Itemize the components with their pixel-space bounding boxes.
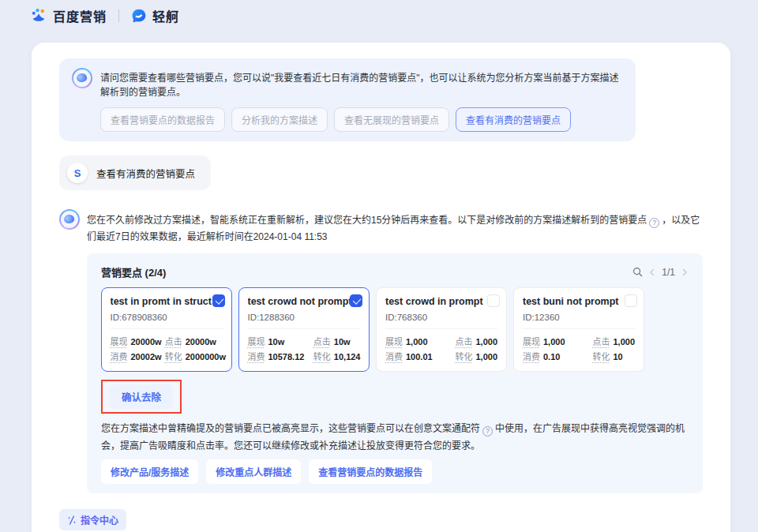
- metric-value-conversion: 1,000: [475, 352, 497, 362]
- panel-header: 营销要点 (2/4) 1/1: [101, 264, 689, 279]
- panel-description: 您在方案描述中曾精确提及的营销要点已被高亮显示，这些营销要点可以在创意文案通配符…: [101, 420, 689, 455]
- marketing-point-cards: test in promt in struct ID:678908360 展现2…: [101, 287, 689, 372]
- card-divider: [523, 328, 635, 329]
- card-checkbox[interactable]: [350, 294, 362, 307]
- card-id: ID:678908360: [111, 313, 223, 322]
- marketing-point-card-1[interactable]: test in promt in struct ID:678908360 展现2…: [101, 287, 232, 372]
- card-divider: [111, 328, 223, 329]
- help-icon[interactable]: ?: [649, 218, 659, 228]
- view-data-report-button[interactable]: 查看营销要点的数据报告: [309, 459, 432, 484]
- pager-page-label: 1/1: [662, 267, 675, 278]
- card-metrics: 展现1,000 点击1,000 消费0.10 转化10: [523, 335, 635, 362]
- metric-label-cost: 消费: [523, 352, 540, 362]
- confirm-remove-button[interactable]: 确认去除: [110, 384, 173, 409]
- card-title: test crowd in prompt: [385, 296, 497, 307]
- brand-primary-label: 百度营销: [53, 6, 107, 25]
- annotation-highlight-box: 确认去除: [101, 380, 182, 414]
- metric-label-click: 点击: [455, 337, 472, 347]
- quick-reply-data-report[interactable]: 查看营销要点的数据报告: [100, 107, 225, 132]
- metric-value-click: 1,000: [613, 337, 635, 347]
- metric-value-click: 20000w: [186, 337, 216, 347]
- card-title: test buni not prompt: [523, 296, 635, 307]
- metric-label-impression: 展现: [248, 337, 265, 347]
- assistant-result-text: 您在不久前修改过方案描述，智能系统正在重新解析，建议您在大约15分钟后再来查看。…: [87, 209, 703, 245]
- metric-value-conversion: 2000000w: [186, 352, 226, 362]
- marketing-points-panel: 营销要点 (2/4) 1/1: [87, 253, 703, 493]
- metric-value-conversion: 10,124: [334, 352, 361, 362]
- qingge-logo-icon: [131, 8, 147, 24]
- metric-value-impression: 1,000: [406, 337, 428, 347]
- card-metrics: 展现10w 点击10w 消费10578.12 转化10,124: [248, 335, 361, 362]
- chat-container: 请问您需要查看哪些营销要点，您可以说"我要查看近七日有消费的营销要点"，也可以让…: [32, 43, 730, 532]
- panel-action-buttons: 修改产品/服务描述 修改重点人群描述 查看营销要点的数据报告: [101, 459, 689, 484]
- quick-reply-has-cost[interactable]: 查看有消费的营销要点: [456, 107, 571, 132]
- card-title: test crowd not prompt: [248, 296, 361, 307]
- marketing-point-card-2[interactable]: test crowd not prompt ID:1288360 展现10w 点…: [238, 287, 370, 372]
- metric-value-click: 10w: [334, 337, 351, 347]
- brand-divider: [118, 9, 119, 22]
- metric-value-conversion: 10: [613, 352, 622, 362]
- card-checkbox[interactable]: [625, 294, 637, 307]
- user-avatar: S: [67, 163, 88, 183]
- assistant-result-body: 您在不久前修改过方案描述，智能系统正在重新解析，建议您在大约15分钟后再来查看。…: [87, 209, 703, 493]
- metric-value-cost: 0.10: [543, 352, 560, 362]
- metric-label-impression: 展现: [523, 337, 540, 347]
- card-checkbox[interactable]: [487, 294, 500, 307]
- brand: 百度营销 轻舸: [30, 6, 179, 25]
- quick-reply-analyze-plan[interactable]: 分析我的方案描述: [231, 107, 328, 132]
- metric-label-cost: 消费: [111, 352, 128, 362]
- metric-label-conversion: 转化: [313, 352, 331, 362]
- pager-prev-icon[interactable]: [648, 268, 656, 276]
- card-title: test in promt in struct: [111, 296, 223, 307]
- assistant-message-result: 您在不久前修改过方案描述，智能系统正在重新解析，建议您在大约15分钟后再来查看。…: [59, 209, 703, 493]
- user-message-text: 查看有消费的营销要点: [96, 166, 195, 181]
- card-id: ID:12360: [523, 313, 635, 322]
- metric-value-impression: 1,000: [543, 337, 565, 347]
- metric-value-impression: 20000w: [131, 337, 162, 347]
- panel-title: 营销要点 (2/4): [101, 264, 166, 279]
- metric-label-conversion: 转化: [592, 352, 610, 362]
- metric-label-impression: 展现: [111, 337, 128, 347]
- edit-product-desc-button[interactable]: 修改产品/服务描述: [101, 459, 198, 484]
- quick-reply-no-impression[interactable]: 查看无展现的营销要点: [334, 107, 449, 132]
- user-message-row: S 查看有消费的营销要点: [59, 155, 703, 190]
- card-id: ID:1288360: [248, 313, 361, 322]
- help-icon[interactable]: ?: [482, 426, 493, 436]
- card-id: ID:768360: [385, 313, 497, 322]
- panel-description-part1: 您在方案描述中曾精确提及的营销要点已被高亮显示，这些营销要点可以在创意文案通配符: [101, 423, 480, 434]
- metric-label-impression: 展现: [385, 337, 403, 347]
- edit-audience-desc-button[interactable]: 修改重点人群描述: [206, 459, 301, 484]
- assistant-avatar-icon: [59, 209, 80, 230]
- marketing-point-card-3[interactable]: test crowd in prompt ID:768360 展现1,000 点…: [376, 287, 507, 372]
- command-row: 指令中心: [59, 509, 703, 530]
- pager-next-icon[interactable]: [681, 268, 689, 276]
- metric-value-click: 1,000: [475, 337, 497, 347]
- brand-secondary-label: 轻舸: [152, 6, 179, 25]
- metric-value-impression: 10w: [268, 337, 285, 347]
- assistant-avatar-icon: [72, 68, 92, 88]
- metric-value-cost: 20002w: [131, 352, 162, 362]
- card-metrics: 展现20000w 点击20000w 消费20002w 转化2000000w: [111, 335, 223, 362]
- result-text-part1: 您在不久前修改过方案描述，智能系统正在重新解析，建议您在大约15分钟后再来查看。…: [87, 215, 647, 226]
- zoom-search-icon[interactable]: [632, 267, 643, 277]
- metric-label-click: 点击: [165, 337, 182, 347]
- metric-label-conversion: 转化: [165, 352, 182, 362]
- assistant-message-intro: 请问您需要查看哪些营销要点，您可以说"我要查看近七日有消费的营销要点"，也可以让…: [59, 58, 703, 141]
- metric-value-cost: 10578.12: [268, 352, 305, 362]
- assistant-intro-text: 请问您需要查看哪些营销要点，您可以说"我要查看近七日有消费的营销要点"，也可以让…: [100, 68, 623, 99]
- card-metrics: 展现1,000 点击1,000 消费100.01 转化1,000: [385, 335, 497, 362]
- metric-label-conversion: 转化: [455, 352, 472, 362]
- metric-label-cost: 消费: [248, 352, 265, 362]
- user-message-bubble: S 查看有消费的营销要点: [59, 155, 211, 190]
- card-checkbox[interactable]: [212, 294, 225, 307]
- metric-label-click: 点击: [313, 337, 331, 347]
- metric-label-click: 点击: [592, 337, 610, 347]
- card-divider: [385, 328, 497, 329]
- card-divider: [248, 328, 361, 329]
- quick-reply-group: 查看营销要点的数据报告 分析我的方案描述 查看无展现的营销要点 查看有消费的营销…: [100, 107, 623, 132]
- metric-label-cost: 消费: [385, 352, 403, 362]
- command-center-button[interactable]: 指令中心: [59, 509, 126, 530]
- baidu-marketing-logo-icon: [30, 7, 47, 24]
- app-header: 百度营销 轻舸: [0, 0, 758, 32]
- marketing-point-card-4[interactable]: test buni not prompt ID:12360 展现1,000 点击…: [513, 287, 644, 372]
